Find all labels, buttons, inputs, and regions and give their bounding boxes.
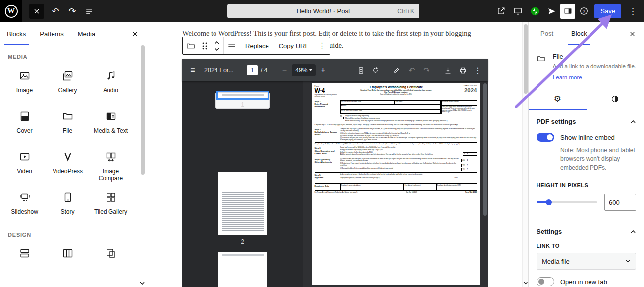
jetpack-button[interactable] [527, 3, 543, 20]
block-item-media-text[interactable]: Media & Text [89, 104, 132, 145]
file-block-type-button[interactable] [183, 37, 199, 54]
pdf-settings-panel: PDF settings Show inline embed Note: Mos… [529, 110, 644, 220]
pdf-redo-button[interactable]: ↷ [420, 64, 433, 77]
chevron-down-icon [214, 48, 220, 51]
w4-title: Employee's Withholding Certificate [344, 85, 449, 89]
settings-tabs: Post Block [529, 22, 644, 45]
folder-icon [537, 53, 546, 65]
open-new-tab-toggle[interactable] [537, 277, 554, 286]
share-button[interactable] [543, 3, 560, 20]
wordpress-logo[interactable]: W [0, 0, 22, 22]
block-item-file[interactable]: File [46, 104, 89, 145]
scrollbar-thumb[interactable] [524, 24, 528, 94]
editor-scrollbar[interactable] [522, 22, 528, 287]
print-button[interactable] [456, 64, 469, 77]
scroll-down-button[interactable] [139, 281, 145, 286]
preview-button[interactable] [493, 3, 509, 20]
block-item-image-compare[interactable]: Image Compare [89, 145, 132, 186]
pdf-toolbar: ≡ 2024 For... 1 / 4 − 49% + ↶ [182, 59, 488, 81]
checkbox-icon [343, 117, 344, 119]
tab-patterns[interactable]: Patterns [33, 22, 70, 45]
copy-url-button[interactable]: Copy URL [274, 37, 314, 54]
block-options-button[interactable]: ⋮ [314, 37, 330, 54]
rotate-button[interactable] [369, 64, 382, 77]
block-item-image[interactable]: Image [3, 64, 46, 104]
tab-post[interactable]: Post [535, 22, 559, 45]
move-down-button[interactable] [214, 46, 220, 53]
tab-blocks[interactable]: Blocks [0, 22, 33, 45]
save-button[interactable]: Save [594, 4, 621, 18]
zoom-level-select[interactable]: 49% [292, 64, 316, 76]
zoom-out-button[interactable]: − [278, 64, 291, 77]
view-devices-button[interactable] [510, 3, 526, 20]
block-item-cover[interactable]: Cover [3, 104, 46, 145]
post-link-fragment[interactable]: uide. [329, 41, 344, 49]
pdf-menu-button[interactable]: ≡ [186, 64, 199, 77]
close-inserter-button[interactable] [129, 28, 141, 40]
scrollbar-thumb[interactable] [141, 45, 145, 175]
pdf-embed: ≡ 2024 For... 1 / 4 − 49% + ↶ [182, 59, 488, 287]
design-section-label: DESIGN [8, 232, 146, 238]
options-menu-button[interactable]: ⋮ [625, 3, 641, 20]
drag-handle[interactable] [199, 37, 211, 54]
tab-block[interactable]: Block [565, 22, 593, 45]
pdf-toolbar-separator [437, 65, 437, 75]
redo-button[interactable]: ↷ [64, 3, 81, 20]
block-item-story[interactable]: Story [46, 186, 89, 226]
image-compare-block-icon [105, 151, 117, 163]
list-view-button[interactable] [81, 3, 98, 20]
block-item-tiled-gallery[interactable]: Tiled Gallery [89, 186, 132, 226]
slider-thumb[interactable] [546, 199, 552, 205]
tab-styles[interactable] [587, 88, 644, 110]
block-item-design-3[interactable] [89, 241, 132, 282]
fit-page-button[interactable] [354, 64, 367, 77]
close-settings-button[interactable] [626, 28, 638, 40]
fit-page-icon [357, 66, 365, 75]
pdf-settings-header[interactable]: PDF settings [537, 118, 636, 125]
height-slider[interactable] [537, 201, 597, 203]
scroll-down-button[interactable] [523, 281, 528, 285]
block-item-gallery[interactable]: Gallery [46, 64, 89, 104]
block-item-audio[interactable]: Audio [89, 64, 132, 104]
tab-media[interactable]: Media [71, 22, 102, 45]
pdf-scrollbar-thumb[interactable] [483, 83, 487, 216]
kebab-icon: ⋮ [318, 41, 326, 51]
left-sidebar-scrollbar[interactable] [141, 45, 145, 277]
annotate-pen-button[interactable] [390, 64, 403, 77]
block-inserter-toggle[interactable] [29, 4, 44, 19]
pdf-page-input[interactable]: 1 [247, 65, 258, 75]
block-item-videopress[interactable]: VideoPress [46, 145, 89, 186]
block-item-design-2[interactable] [46, 241, 89, 282]
block-item-slideshow[interactable]: Slideshow [3, 186, 46, 226]
w4-steps-note: Complete Steps 2–4 ONLY if they apply to… [315, 123, 477, 127]
height-input[interactable] [604, 194, 636, 211]
learn-more-link[interactable]: Learn more [553, 74, 582, 80]
accordion-block-icon [19, 247, 31, 259]
help-icon: ? [579, 6, 589, 16]
download-icon [444, 66, 452, 75]
download-button[interactable] [441, 64, 454, 77]
link-to-select[interactable]: Media file [537, 253, 636, 270]
pdf-thumbnail-2[interactable]: 2 [215, 172, 270, 245]
command-center[interactable]: Hello World! · Post Ctrl+K [227, 4, 419, 18]
zoom-in-button[interactable]: + [317, 64, 329, 77]
move-up-button[interactable] [214, 39, 220, 46]
settings-header[interactable]: Settings [537, 228, 636, 235]
amount-box: 3$ [463, 152, 477, 156]
pdf-thumbnail-1[interactable]: 1 [215, 92, 270, 109]
checkbox-icon [343, 115, 344, 116]
settings-sidebar-toggle[interactable] [560, 4, 575, 19]
block-item-video[interactable]: Video [3, 145, 46, 186]
help-button[interactable]: ? [576, 3, 592, 20]
show-inline-embed-toggle[interactable] [537, 133, 554, 142]
undo-button[interactable]: ↶ [47, 3, 64, 20]
w4-employers-only: Employers Only Employer's name and addre… [315, 184, 477, 191]
replace-button[interactable]: Replace [240, 37, 274, 54]
block-grid-design [0, 238, 146, 282]
tab-settings[interactable]: ⚙ [529, 88, 587, 110]
pdf-options-button[interactable]: ⋮ [471, 64, 484, 77]
pdf-thumbnail-3[interactable]: 3 [215, 252, 270, 287]
block-item-design-1[interactable] [3, 241, 46, 282]
pdf-undo-button[interactable]: ↶ [405, 64, 418, 77]
align-button[interactable] [224, 37, 240, 54]
